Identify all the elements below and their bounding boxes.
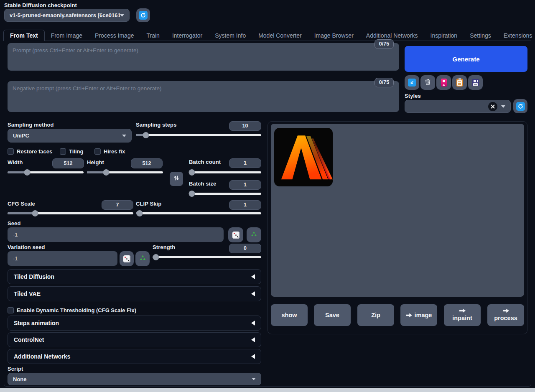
show-button[interactable]: show <box>271 304 308 326</box>
slider-track[interactable] <box>136 212 261 214</box>
output-preview-area[interactable] <box>271 124 524 297</box>
random-variation-seed-button[interactable] <box>120 251 134 266</box>
generate-button[interactable]: Generate <box>405 46 527 72</box>
tab-from-image[interactable]: From Image <box>45 30 89 41</box>
dice-icon <box>232 232 239 239</box>
slider-handle[interactable] <box>153 254 159 260</box>
sampling-steps-value[interactable]: 10 <box>229 121 261 131</box>
main-tabbar: From Text From Image Process Image Train… <box>3 29 535 41</box>
strength-slider[interactable] <box>153 254 261 260</box>
tab-system-info[interactable]: System Info <box>209 30 252 41</box>
tab-interrogator[interactable]: Interrogator <box>166 30 209 41</box>
extra-networks-button[interactable] <box>436 75 451 90</box>
tab-model-converter[interactable]: Model Converter <box>252 30 308 41</box>
strength-value[interactable]: 0 <box>229 244 261 253</box>
slider-handle[interactable] <box>137 210 143 216</box>
hires-fix-checkbox[interactable] <box>94 148 101 155</box>
dynamic-thresholding-checkbox[interactable] <box>8 307 14 313</box>
accordion-controlnet[interactable]: ControlNet <box>8 332 261 347</box>
prompt-input[interactable] <box>8 43 399 71</box>
paste-params-button[interactable] <box>405 75 419 90</box>
send-to-process-button[interactable]: process <box>487 304 524 326</box>
right-arrow-icon <box>503 308 509 313</box>
arrow-down-left-icon <box>408 79 416 87</box>
clip-skip-slider[interactable] <box>136 210 261 216</box>
cfg-scale-slider[interactable] <box>8 210 133 216</box>
slider-handle[interactable] <box>24 169 31 176</box>
width-value[interactable]: 512 <box>52 158 84 168</box>
tab-inspiration[interactable]: Inspiration <box>424 30 464 41</box>
checkpoint-dropdown[interactable]: v1-5-pruned-emaonly.safetensors [6ce0161… <box>4 9 130 22</box>
tab-train[interactable]: Train <box>140 30 166 41</box>
tab-image-browser[interactable]: Image Browser <box>308 30 360 41</box>
width-slider[interactable] <box>8 169 84 176</box>
save-button[interactable]: Save <box>314 304 351 326</box>
seed-input[interactable]: -1 <box>8 227 224 242</box>
tab-process-image[interactable]: Process Image <box>89 30 140 41</box>
save-style-button[interactable] <box>468 75 483 90</box>
reuse-seed-button[interactable] <box>247 227 261 242</box>
slider-handle[interactable] <box>103 169 109 176</box>
tab-extensions[interactable]: Extensions <box>497 30 535 41</box>
batch-count-slider[interactable] <box>189 169 261 176</box>
swap-width-height-button[interactable] <box>170 172 183 186</box>
accordion-steps-animation[interactable]: Steps animation <box>8 316 261 331</box>
accordion-tiled-vae[interactable]: Tiled VAE <box>8 286 261 301</box>
slider-track[interactable] <box>189 193 261 195</box>
slider-handle[interactable] <box>189 169 195 176</box>
apply-style-button[interactable] <box>452 75 467 90</box>
recycle-icon <box>250 231 257 239</box>
slider-track[interactable] <box>153 256 261 258</box>
script-dropdown[interactable]: None <box>8 373 261 385</box>
dice-icon <box>123 255 130 262</box>
checkpoint-refresh-button[interactable] <box>136 8 150 22</box>
sampling-steps-slider[interactable] <box>136 132 261 138</box>
checkpoint-value: v1-5-pruned-emaonly.safetensors [6ce0161… <box>10 12 120 18</box>
slider-track[interactable] <box>8 171 84 173</box>
script-label: Script <box>8 366 23 372</box>
accordion-tiled-diffusion[interactable]: Tiled Diffusion <box>8 269 261 284</box>
chevron-left-icon <box>251 291 255 296</box>
slider-track[interactable] <box>136 134 261 136</box>
negative-prompt-input[interactable] <box>8 81 399 112</box>
cfg-scale-value[interactable]: 7 <box>102 200 133 210</box>
slider-handle[interactable] <box>32 210 38 216</box>
chevron-left-icon <box>251 274 255 279</box>
tab-from-text[interactable]: From Text <box>3 30 45 41</box>
trash-icon <box>424 78 432 87</box>
flower-card-icon <box>441 79 447 87</box>
slider-track[interactable] <box>87 171 163 173</box>
send-to-image-button[interactable]: image <box>400 304 437 326</box>
variation-seed-label: Variation seed <box>8 244 45 250</box>
slider-track[interactable] <box>189 171 261 173</box>
styles-dropdown[interactable] <box>405 100 511 113</box>
clear-prompt-button[interactable] <box>420 75 435 90</box>
zip-button[interactable]: Zip <box>357 304 394 326</box>
slider-handle[interactable] <box>189 191 195 197</box>
clip-skip-value[interactable]: 1 <box>229 200 261 210</box>
batch-size-value[interactable]: 1 <box>229 180 261 190</box>
chevron-left-icon <box>251 354 255 359</box>
height-value[interactable]: 512 <box>131 158 163 168</box>
random-seed-button[interactable] <box>228 227 243 242</box>
slider-handle[interactable] <box>143 132 149 138</box>
batch-size-slider[interactable] <box>189 191 261 197</box>
sampling-method-dropdown[interactable]: UniPC <box>8 129 132 143</box>
variation-seed-input[interactable]: -1 <box>8 251 117 266</box>
send-to-inpaint-button[interactable]: inpaint <box>444 304 481 326</box>
tab-settings[interactable]: Settings <box>464 30 497 41</box>
styles-refresh-button[interactable] <box>513 99 527 113</box>
chevron-down-icon <box>252 378 256 380</box>
restore-faces-checkbox[interactable] <box>8 148 14 155</box>
width-label: Width <box>8 159 23 165</box>
clear-styles-icon[interactable] <box>488 102 497 111</box>
sdnext-logo <box>274 128 333 188</box>
height-slider[interactable] <box>87 169 163 176</box>
batch-count-value[interactable]: 1 <box>229 158 261 168</box>
accordion-additional-networks[interactable]: Additional Networks <box>8 349 261 364</box>
dynamic-thresholding-label: Enable Dynamic Thresholding (CFG Scale F… <box>17 307 136 313</box>
reuse-variation-seed-button[interactable] <box>135 251 150 266</box>
slider-track[interactable] <box>8 212 133 214</box>
height-label: Height <box>87 159 104 165</box>
tiling-checkbox[interactable] <box>60 148 66 155</box>
